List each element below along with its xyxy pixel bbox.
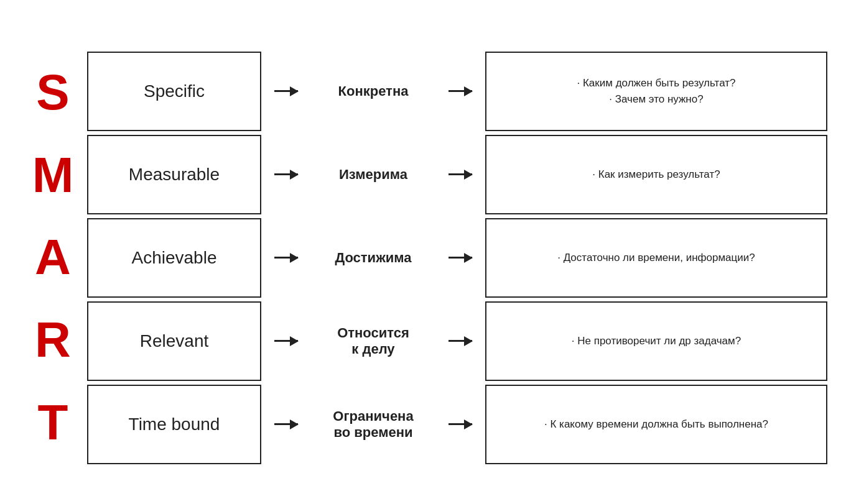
smart-letter-s: S — [19, 52, 87, 133]
arrow-column-1 — [261, 52, 311, 464]
arrow-1-2 — [274, 218, 298, 298]
english-box-2: Achievable — [87, 218, 261, 298]
arrow-line-2-3 — [449, 340, 472, 342]
russian-cell-4: Ограничена во времени — [311, 385, 435, 464]
english-column: SpecificMeasurableAchievableRelevantTime… — [87, 52, 261, 464]
desc-box-4: · К какому времени должна быть выполнена… — [485, 385, 827, 464]
arrow-line-1-1 — [274, 173, 298, 175]
arrow-1-1 — [274, 135, 298, 214]
arrow-2-3 — [449, 301, 472, 381]
arrow-2-1 — [449, 135, 472, 214]
smart-letter-m: M — [19, 135, 87, 216]
smart-letter-t: T — [19, 382, 87, 463]
smart-grid: SMART SpecificMeasurableAchievableReleva… — [19, 52, 827, 464]
arrow-line-1-0 — [274, 90, 298, 92]
arrow-1-4 — [274, 385, 298, 464]
arrow-column-2 — [435, 52, 485, 464]
smart-letter-a: A — [19, 217, 87, 298]
arrow-2-2 — [449, 218, 472, 298]
english-box-1: Measurable — [87, 135, 261, 214]
arrow-1-3 — [274, 301, 298, 381]
arrow-line-1-4 — [274, 423, 298, 425]
english-box-4: Time bound — [87, 385, 261, 464]
russian-cell-2: Достижима — [311, 218, 435, 298]
english-box-0: Specific — [87, 52, 261, 131]
arrow-line-2-4 — [449, 423, 472, 425]
english-box-3: Relevant — [87, 301, 261, 381]
arrow-2-0 — [449, 52, 472, 131]
arrow-line-1-2 — [274, 257, 298, 259]
russian-cell-0: Конкретна — [311, 52, 435, 131]
smart-letter-r: R — [19, 300, 87, 380]
desc-box-3: · Не противоречит ли др задачам? — [485, 301, 827, 381]
desc-box-1: · Как измерить результат? — [485, 135, 827, 214]
russian-column: КонкретнаИзмеримаДостижимаОтносится к де… — [311, 52, 435, 464]
description-column: · Каким должен быть результат? · Зачем э… — [485, 52, 827, 464]
desc-box-0: · Каким должен быть результат? · Зачем э… — [485, 52, 827, 131]
arrow-line-2-0 — [449, 90, 472, 92]
arrow-line-2-1 — [449, 173, 472, 175]
arrow-2-4 — [449, 385, 472, 464]
arrow-1-0 — [274, 52, 298, 131]
main-container: SMART SpecificMeasurableAchievableReleva… — [19, 40, 827, 464]
arrow-line-1-3 — [274, 340, 298, 342]
arrow-line-2-2 — [449, 257, 472, 259]
russian-cell-1: Измерима — [311, 135, 435, 214]
letters-column: SMART — [19, 52, 87, 464]
russian-cell-3: Относится к делу — [311, 301, 435, 381]
desc-box-2: · Достаточно ли времени, информации? — [485, 218, 827, 298]
